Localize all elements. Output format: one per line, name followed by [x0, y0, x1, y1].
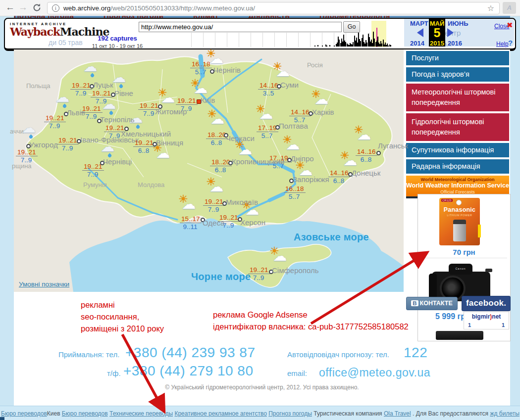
footer-seo-link[interactable]: Бюро переводов	[62, 410, 108, 417]
city-label-Вінниця[interactable]: Вінниця	[156, 139, 183, 147]
sidebar-item[interactable]: Гідрологічні штормові попередження	[406, 113, 509, 141]
city-label-Херсон[interactable]: Херсон	[240, 218, 265, 227]
battery-ad-image[interactable]: CR123 Panasonic LITHIUM POWER	[439, 198, 480, 245]
vkontakte-button[interactable]: ВКОНТАКТЕ	[406, 297, 458, 310]
city-label-Київ[interactable]: Київ	[201, 96, 215, 104]
city-label-Черкаси[interactable]: Черкаси	[226, 134, 255, 142]
timeline-bar[interactable]	[334, 46, 335, 47]
city-marker-Луганськ[interactable]	[376, 151, 381, 155]
day-temp: 17..19	[257, 124, 278, 132]
sun-cloud-icon: ☀☁	[311, 91, 331, 108]
year-prev-link[interactable]: 2014	[410, 40, 424, 47]
email-value[interactable]: office@meteo.gov.ua	[319, 366, 430, 379]
close-icon[interactable]: ✖	[507, 21, 513, 30]
temperature-Луганськ: 14..166..8	[356, 148, 376, 163]
city-label-Луцьк[interactable]: Луцьк	[93, 81, 113, 89]
answering-phone: 122	[404, 345, 427, 361]
cloud-icon: ☁	[112, 71, 126, 84]
sidebar-item[interactable]: Погода і здоров’я	[406, 67, 509, 82]
night-temp: 7..9	[203, 206, 224, 213]
footer-seo-link[interactable]: Технические переводы	[109, 410, 173, 417]
sun-cloud-icon: ☀☁	[269, 248, 289, 265]
captures-link[interactable]: 192 captures	[98, 35, 137, 42]
year-next-link[interactable]: 2016	[448, 40, 462, 47]
city-label-Рівне[interactable]: Рівне	[114, 89, 133, 97]
acrobat-extension-icon[interactable]: A	[503, 2, 516, 14]
country-label: Румунія	[83, 181, 107, 188]
bookmark-star-icon[interactable]: ☆	[487, 3, 494, 13]
rain-cloud-icon: ☁	[82, 62, 102, 79]
ad-price-1[interactable]: 70 грн	[418, 248, 510, 256]
url-bar[interactable]: i web.archive.org/web/20150505013033/htt…	[47, 2, 500, 14]
captures-timeline[interactable]	[191, 33, 393, 47]
day-temp: 19..21	[176, 97, 198, 105]
sidebar-item[interactable]: Супутникова інформація	[406, 143, 509, 157]
temperature-Кропивницький: 18..206..8	[210, 158, 231, 174]
city-label-Полтава[interactable]: Полтава	[279, 122, 308, 130]
third-ad-image[interactable]	[436, 331, 483, 340]
timeline-bar[interactable]	[317, 45, 318, 47]
temperature-Херсон: 19..217..9	[218, 214, 239, 229]
temperature-Сімферополь: 19..217..9	[248, 266, 269, 281]
city-label-Донецьк[interactable]: Донецьк	[352, 169, 380, 177]
city-label-Луганськ[interactable]: Луганськ	[378, 141, 408, 150]
city-label-Запоріжжя[interactable]: Запоріжжя	[293, 175, 329, 184]
city-label-Миколаїв[interactable]: Миколаїв	[226, 198, 258, 206]
night-temp: 6..8	[356, 156, 376, 163]
city-label-Харків[interactable]: Харків	[312, 108, 334, 116]
timeline-bar[interactable]	[314, 46, 315, 47]
facebook-button[interactable]: facebook.	[462, 296, 511, 311]
timeline-bar[interactable]	[326, 46, 327, 47]
info-icon[interactable]: i	[52, 4, 59, 12]
city-label-Дніпро[interactable]: Дніпро	[291, 154, 314, 163]
city-label-Чернівці[interactable]: Чернівці	[103, 157, 132, 166]
timeline-bar[interactable]	[390, 45, 391, 47]
battery-sub-label: LITHIUM POWER	[439, 214, 480, 217]
city-label-Івано-Франківськ[interactable]: Івано-Франківськ	[80, 136, 139, 144]
footer-seo-link[interactable]: жд билеты	[490, 410, 519, 417]
sun-cloud-icon: ☀☁	[206, 179, 226, 195]
footer-seo-link[interactable]: Креативное рекламное агентство	[174, 410, 266, 417]
wayback-url-input[interactable]	[139, 22, 342, 32]
sun-cloud-icon: ☀☁	[272, 63, 292, 80]
month-prev-link[interactable]: МАРТ	[410, 20, 428, 27]
night-temp: 5..7	[257, 133, 277, 140]
timeline-bar[interactable]	[329, 45, 330, 47]
timeline-bar[interactable]	[322, 46, 323, 47]
map-legend-link[interactable]: Умовні позначки	[19, 280, 69, 288]
forward-icon[interactable]: →	[18, 1, 28, 13]
weather-map: ПольщаРосіяРумуніяМолдовааччирщинаАзовсь…	[14, 49, 404, 292]
footer-seo-link[interactable]: Ola Travel	[384, 410, 411, 417]
cloud-icon: ☁	[210, 113, 224, 126]
footer-seo-link[interactable]: Бюро переводов	[1, 410, 47, 417]
city-label-Кропивницький[interactable]: Кропивницький	[232, 157, 284, 166]
sidebar-item[interactable]: Послуги	[406, 51, 509, 65]
city-label-Чернігів[interactable]: Чернігів	[213, 66, 241, 74]
month-next-link[interactable]: ИЮНЬ	[448, 20, 468, 27]
sidebar-item[interactable]: Метеорологічні штормові попередження	[406, 84, 509, 111]
day-temp: 19..21	[248, 266, 270, 274]
reload-icon[interactable]	[32, 3, 42, 12]
city-label-Суми[interactable]: Суми	[280, 81, 299, 89]
sidebar-item[interactable]: Радарна інформація	[406, 159, 509, 174]
help-link[interactable]: Help	[496, 41, 509, 47]
city-label-Сімферополь[interactable]: Сімферополь	[272, 266, 319, 275]
day-temp: 16..18	[284, 185, 306, 193]
rain-cloud-icon: ☁	[111, 73, 131, 90]
city-label-Житомир[interactable]: Житомир	[155, 107, 187, 116]
city-label-Ужгород[interactable]: Ужгород	[29, 140, 58, 149]
back-icon[interactable]: ←	[5, 1, 15, 13]
day-temp: 19..21	[57, 137, 79, 144]
go-button[interactable]: Go	[343, 21, 360, 33]
bigmir-counter[interactable]: bigmir)net 1 1	[464, 312, 509, 329]
city-label-Тернопіль[interactable]: Тернопіль	[100, 115, 135, 124]
next-capture-arrow[interactable]	[447, 28, 454, 37]
ad-price-2[interactable]: 5 999 грн	[418, 312, 470, 321]
footer-seo-link[interactable]: Прогноз погоды	[268, 410, 312, 417]
prev-capture-arrow[interactable]	[417, 28, 423, 37]
help-icon[interactable]: ?	[508, 39, 513, 47]
country-label: Росія	[307, 61, 323, 69]
sun-cloud-icon: ☀☁	[190, 80, 210, 97]
wmo-banner[interactable]: World Meteorological Organization World …	[406, 176, 509, 196]
night-temp: 7..9	[44, 123, 65, 130]
